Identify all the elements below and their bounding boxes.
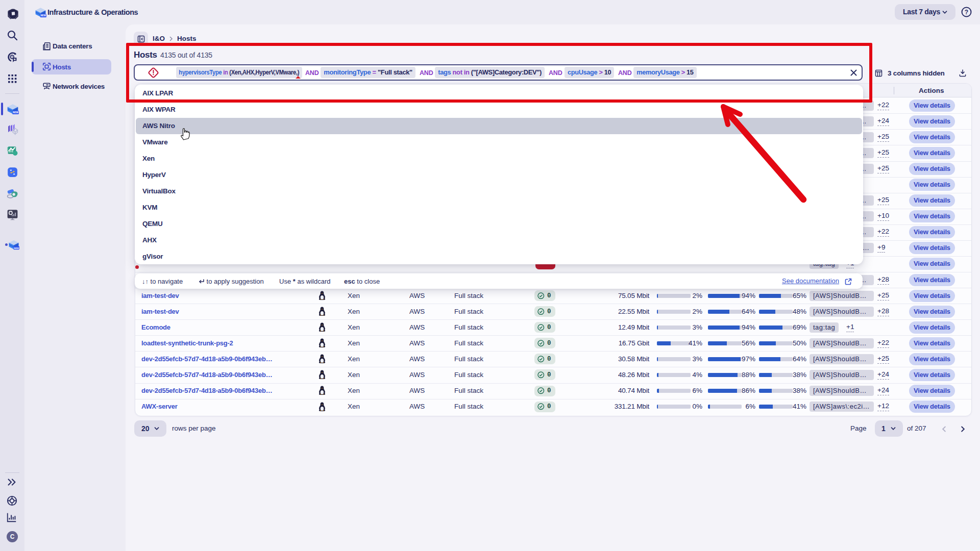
svg-text:NEW: NEW <box>40 14 46 17</box>
svg-text:NEW: NEW <box>14 247 19 249</box>
svg-text:NEW: NEW <box>13 111 19 114</box>
svg-text:?: ? <box>965 9 968 16</box>
